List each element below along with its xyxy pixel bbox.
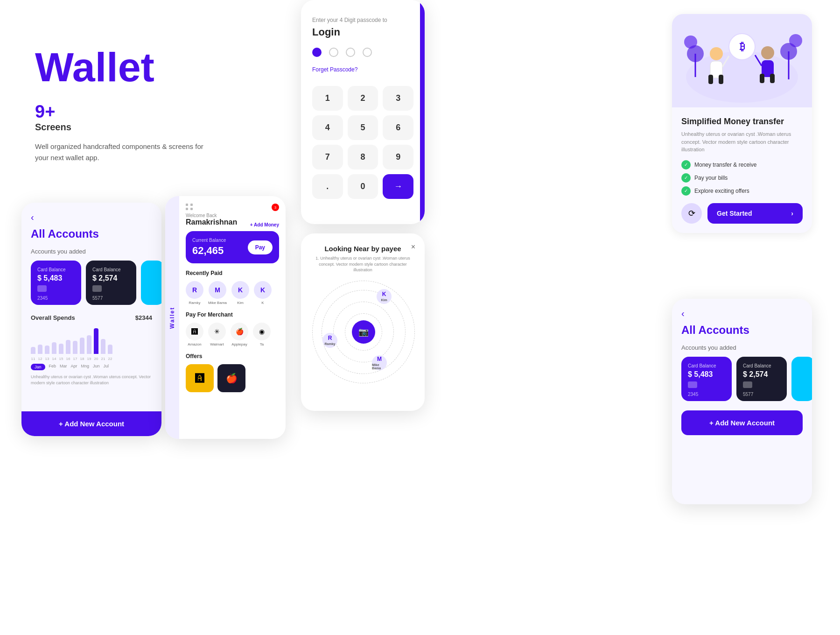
avatar-item[interactable]: RRamky	[186, 281, 203, 305]
bar-8	[87, 335, 91, 354]
bar-9	[94, 328, 98, 354]
phone-login: Enter your 4 Digit passcode to Login For…	[301, 0, 425, 224]
numpad-key-2[interactable]: 2	[348, 86, 378, 111]
numpad-key-0[interactable]: 0	[348, 174, 378, 199]
numpad-key-5[interactable]: 5	[348, 115, 378, 140]
get-started-button[interactable]: Get Started ›	[707, 203, 803, 224]
avatar-name: K	[254, 301, 272, 305]
add-new-button-left[interactable]: + Add New Account	[21, 411, 161, 436]
bar-7	[80, 338, 84, 354]
numpad-key-4[interactable]: 4	[312, 115, 343, 140]
merchant-item[interactable]: 🅰Amazon	[186, 323, 203, 346]
feature-title: Simplified Money transfer	[681, 117, 803, 127]
spends-label-left: Overall Spends	[31, 314, 75, 321]
feature-desc: Unhealthy uterus or ovarian cyst .Woman …	[681, 130, 803, 154]
hero-description: Well organized handcrafted components & …	[35, 141, 212, 163]
wallet-content: 3 Welcome Back Ramakrishnan + Add Money …	[179, 196, 286, 439]
month-tab-Mar: Mar	[60, 364, 67, 370]
r-card2-num: 5577	[743, 392, 780, 397]
merchant-item[interactable]: ◉Ta	[253, 323, 271, 346]
avatar-item[interactable]: KKim	[231, 281, 249, 305]
offer-card-amazon[interactable]: 🅰	[186, 364, 214, 392]
back-button-left[interactable]: ‹	[31, 212, 152, 223]
svg-rect-16	[760, 74, 764, 83]
offer-card-apple[interactable]: 🍎	[217, 364, 245, 392]
bar-month-label: 16	[66, 357, 70, 361]
bar-month-label: 20	[94, 357, 98, 361]
close-button[interactable]: ×	[411, 243, 415, 251]
spends-row-left: Overall Spends $2344	[31, 314, 152, 321]
wallet-dots	[186, 204, 193, 210]
numpad-key-8[interactable]: 8	[348, 145, 378, 169]
svg-point-2	[684, 35, 697, 49]
merchant-name: Amazon	[186, 342, 203, 346]
card2-chip-left	[92, 285, 102, 292]
phone-all-accounts-right: ‹ All Accounts Accounts you added Card B…	[672, 299, 812, 504]
accounts-added-label-left: Accounts you added	[31, 248, 152, 255]
pay-merchant-label: Pay For Merchant	[186, 311, 279, 318]
numpad-key-→[interactable]: →	[383, 174, 413, 199]
passcode-dot-3	[346, 48, 355, 57]
merchant-item[interactable]: 🍎Applepay	[231, 323, 248, 346]
balance-amount: 62,465	[192, 245, 226, 257]
back-button-right[interactable]: ‹	[681, 308, 803, 319]
recently-paid-label: Recently Paid	[186, 270, 279, 276]
pay-button[interactable]: Pay	[248, 240, 273, 254]
get-started-arrow: ›	[791, 210, 793, 217]
radar-person-k: K Kim	[377, 289, 392, 304]
get-started-row: ⟳ Get Started ›	[681, 203, 803, 224]
numpad-key-3[interactable]: 3	[383, 86, 413, 111]
balance-card: Current Balance 62,465 Pay	[186, 231, 279, 263]
forgot-link[interactable]: Forget Passcode?	[312, 66, 413, 73]
numpad-key-9[interactable]: 9	[383, 145, 413, 169]
numpad-key-6[interactable]: 6	[383, 115, 413, 140]
bar-10	[101, 339, 105, 354]
merchant-icon: 🅰	[186, 323, 203, 340]
bar-5	[66, 340, 70, 354]
add-new-button-right[interactable]: + Add New Account	[681, 410, 803, 435]
feature-list: ✓Money transfer & receive✓Pay your bills…	[681, 160, 803, 196]
merchant-item[interactable]: ✳Walmart	[208, 323, 226, 346]
bar-month-label: 22	[108, 357, 112, 361]
bar-4	[59, 344, 63, 354]
all-accounts-title-left: All Accounts	[31, 227, 152, 240]
feature-list-item: ✓Pay your bills	[681, 173, 803, 183]
r-card2-chip	[743, 381, 752, 388]
feature-content: Simplified Money transfer Unhealthy uter…	[672, 107, 812, 233]
month-tab-Jan[interactable]: Jan	[31, 364, 45, 370]
card2-amount-left: $ 2,574	[92, 274, 130, 282]
footer-desc-left: Unhealthy uterus or ovarian cyst .Woman …	[31, 374, 152, 386]
merchant-row: 🅰Amazon✳Walmart🍎Applepay◉Ta	[186, 323, 279, 346]
feature-item-text: Money transfer & receive	[694, 162, 756, 168]
card1-chip-left	[37, 285, 47, 292]
card1-amount-left: $ 5,483	[37, 274, 75, 282]
notification-badge[interactable]: 3	[272, 204, 279, 211]
merchant-icon: 🍎	[231, 323, 248, 340]
bar-month-label: 21	[101, 357, 105, 361]
login-title: Login	[312, 26, 413, 38]
user-name: Ramakrishnan	[186, 218, 237, 226]
radar-container: 📷 K Kim R Ramky M Mike Bama	[312, 281, 415, 383]
passcode-dot-2	[329, 48, 338, 57]
avatar-item[interactable]: KK	[254, 281, 272, 305]
phone-looking-near: × Looking Near by payee 1. Unhealthy ute…	[301, 233, 425, 411]
radar-person-r: R Ramky	[322, 333, 337, 348]
svg-rect-17	[770, 74, 775, 83]
bar-month-label: 17	[73, 357, 77, 361]
phone-wallet: Wallet 3 Welcome Back Ramakrishnan + Add…	[165, 196, 286, 439]
numpad-key-1[interactable]: 1	[312, 86, 343, 111]
card2-label-left: Card Balance	[92, 267, 130, 272]
offer-cards-row: 🅰 🍎	[186, 364, 279, 392]
svg-text:₿: ₿	[740, 41, 745, 52]
numpad-key-.[interactable]: .	[312, 174, 343, 199]
bar-month-label: 19	[87, 357, 91, 361]
card2-num-left: 5577	[92, 296, 130, 301]
bar-1	[38, 345, 42, 354]
add-money-link[interactable]: + Add Money	[250, 222, 279, 227]
bar-6	[73, 341, 77, 354]
svg-point-9	[710, 47, 723, 60]
login-hint: Enter your 4 Digit passcode to	[312, 17, 413, 23]
numpad-key-7[interactable]: 7	[312, 145, 343, 169]
avatar-item[interactable]: MMike Bama	[208, 281, 227, 305]
card-dark-right: Card Balance $ 2,574 5577	[736, 357, 787, 401]
